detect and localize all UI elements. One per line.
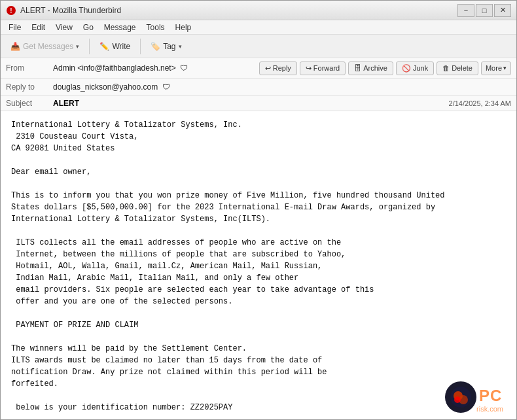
menu-help[interactable]: Help [170, 22, 197, 33]
subject-value: ALERT [53, 99, 449, 108]
reply-to-value: douglas_nickson@yahoo.com 🛡 [53, 82, 511, 92]
menu-bar: File Edit View Go Message Tools Help [1, 20, 516, 35]
title-bar: ! ALERT - Mozilla Thunderbird − □ ✕ [1, 1, 516, 20]
email-date: 2/14/2025, 2:34 AM [449, 99, 511, 107]
archive-button[interactable]: 🗄 Archive [348, 61, 393, 75]
email-action-buttons: ↩ Reply ↪ Forward 🗄 Archive 🚫 Junk 🗑 [259, 61, 511, 75]
reply-security-icon[interactable]: 🛡 [162, 82, 171, 92]
main-toolbar: 📥 Get Messages ▾ ✏️ Write 🏷️ Tag ▾ [1, 35, 516, 58]
menu-tools[interactable]: Tools [141, 22, 170, 33]
tag-dropdown-icon[interactable]: ▾ [179, 43, 182, 50]
get-messages-label: Get Messages [23, 42, 73, 51]
more-label: More [486, 64, 502, 72]
forward-button[interactable]: ↪ Forward [300, 61, 346, 75]
subject-label: Subject [6, 99, 53, 108]
reply-to-row: Reply to douglas_nickson@yahoo.com 🛡 [1, 79, 516, 96]
junk-label: Junk [413, 64, 428, 72]
forward-icon: ↪ [306, 64, 312, 73]
app-icon: ! [6, 5, 16, 16]
maximize-button[interactable]: □ [476, 4, 493, 17]
reply-to-address: douglas_nickson@yahoo.com [53, 82, 158, 92]
junk-button[interactable]: 🚫 Junk [396, 61, 434, 75]
toolbar-sep-2 [140, 39, 141, 54]
get-messages-icon: 📥 [10, 42, 20, 51]
sender-security-icon[interactable]: 🛡 [180, 63, 189, 73]
window-title: ALERT - Mozilla Thunderbird [20, 6, 457, 15]
tag-button[interactable]: 🏷️ Tag ▾ [145, 39, 187, 54]
archive-icon: 🗄 [354, 64, 361, 72]
subject-row: Subject ALERT 2/14/2025, 2:34 AM [1, 96, 516, 111]
write-button[interactable]: ✏️ Write [94, 39, 136, 54]
from-label: From [6, 63, 53, 73]
svg-text:!: ! [10, 7, 12, 14]
reply-icon: ↩ [265, 64, 271, 73]
menu-file[interactable]: File [3, 22, 26, 33]
message-body-wrapper: International Lottery & Totalizator Syst… [1, 111, 516, 419]
menu-edit[interactable]: Edit [26, 22, 50, 33]
message-body[interactable]: International Lottery & Totalizator Syst… [1, 111, 516, 419]
toolbar-sep-1 [89, 39, 90, 54]
email-from-row: From Admin <info@faithbangladesh.net> 🛡 … [1, 58, 516, 79]
delete-button[interactable]: 🗑 Delete [437, 61, 478, 75]
tag-label: Tag [163, 42, 175, 51]
write-icon: ✏️ [99, 42, 109, 51]
reply-button[interactable]: ↩ Reply [259, 61, 297, 75]
more-button[interactable]: More ▾ [481, 61, 511, 75]
more-dropdown-icon: ▾ [503, 65, 507, 71]
get-messages-button[interactable]: 📥 Get Messages ▾ [5, 39, 85, 54]
forward-label: Forward [313, 64, 340, 72]
minimize-button[interactable]: − [457, 4, 474, 17]
get-messages-dropdown-icon[interactable]: ▾ [76, 43, 79, 50]
reply-label: Reply [273, 64, 291, 72]
delete-label: Delete [452, 64, 472, 72]
menu-view[interactable]: View [50, 22, 78, 33]
menu-message[interactable]: Message [99, 22, 141, 33]
from-value: Admin <info@faithbangladesh.net> 🛡 [53, 63, 259, 73]
from-address: Admin <info@faithbangladesh.net> [53, 63, 176, 73]
delete-icon: 🗑 [442, 64, 450, 72]
menu-go[interactable]: Go [78, 22, 99, 33]
junk-icon: 🚫 [402, 64, 411, 73]
main-window: ! ALERT - Mozilla Thunderbird − □ ✕ File… [0, 0, 517, 420]
reply-to-label: Reply to [6, 82, 53, 92]
archive-label: Archive [363, 64, 387, 72]
tag-icon: 🏷️ [151, 42, 160, 51]
close-button[interactable]: ✕ [494, 4, 511, 17]
window-controls: − □ ✕ [457, 4, 511, 17]
write-label: Write [112, 42, 130, 51]
